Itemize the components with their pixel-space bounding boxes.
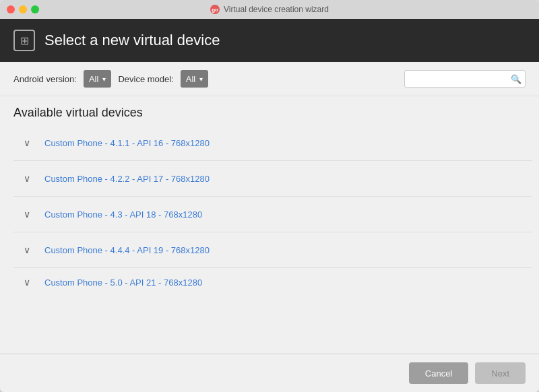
app-icon-label: go <box>212 7 218 13</box>
chevron-down-icon: ∨ <box>20 173 34 184</box>
next-button[interactable]: Next <box>475 362 526 384</box>
list-item[interactable]: ∨ Custom Phone - 4.2.2 - API 17 - 768x12… <box>13 161 532 197</box>
wizard-window: go Virtual device creation wizard ⊞ Sele… <box>0 0 539 392</box>
device-list-container: ∨ Custom Phone - 4.1.1 - API 16 - 768x12… <box>0 125 539 354</box>
page-title: Select a new virtual device <box>44 32 220 49</box>
device-name: Custom Phone - 4.2.2 - API 17 - 768x1280 <box>44 174 210 184</box>
list-item[interactable]: ∨ Custom Phone - 5.0 - API 21 - 768x1280 <box>13 268 532 287</box>
page-header: ⊞ Select a new virtual device <box>0 19 539 62</box>
window-controls <box>7 5 39 13</box>
close-button[interactable] <box>7 5 15 13</box>
chevron-down-icon: ∨ <box>20 137 34 148</box>
device-name: Custom Phone - 4.4.4 - API 19 - 768x1280 <box>44 245 210 255</box>
search-box: 🔍 <box>404 70 526 88</box>
chevron-down-icon: ∨ <box>20 209 34 220</box>
device-icon: ⊞ <box>13 30 35 51</box>
minimize-button[interactable] <box>19 5 27 13</box>
footer: Cancel Next <box>0 354 539 392</box>
search-input[interactable] <box>404 70 526 88</box>
cancel-button[interactable]: Cancel <box>409 362 468 384</box>
controls-bar: Android version: All ▾ Device model: All… <box>0 62 539 96</box>
device-list: ∨ Custom Phone - 4.1.1 - API 16 - 768x12… <box>0 125 539 354</box>
device-name: Custom Phone - 5.0 - API 21 - 768x1280 <box>44 277 202 288</box>
device-model-value: All <box>186 74 195 84</box>
titlebar: go Virtual device creation wizard <box>0 0 539 19</box>
device-name: Custom Phone - 4.1.1 - API 16 - 768x1280 <box>44 138 210 148</box>
titlebar-title: go Virtual device creation wizard <box>210 5 329 14</box>
device-icon-symbol: ⊞ <box>20 34 29 47</box>
app-icon: go <box>210 5 220 14</box>
android-version-dropdown-arrow: ▾ <box>102 75 106 83</box>
list-item[interactable]: ∨ Custom Phone - 4.3 - API 18 - 768x1280 <box>13 197 532 232</box>
list-item[interactable]: ∨ Custom Phone - 4.4.4 - API 19 - 768x12… <box>13 232 532 268</box>
android-version-label: Android version: <box>13 74 77 84</box>
device-model-dropdown[interactable]: All ▾ <box>181 70 208 88</box>
section-title: Available virtual devices <box>0 96 539 125</box>
android-version-dropdown[interactable]: All ▾ <box>84 70 111 88</box>
device-model-dropdown-arrow: ▾ <box>199 75 203 83</box>
window-title: Virtual device creation wizard <box>224 5 329 14</box>
device-model-label: Device model: <box>118 74 173 84</box>
list-item[interactable]: ∨ Custom Phone - 4.1.1 - API 16 - 768x12… <box>13 125 532 161</box>
device-name: Custom Phone - 4.3 - API 18 - 768x1280 <box>44 209 202 220</box>
chevron-down-icon: ∨ <box>20 244 34 255</box>
search-icon[interactable]: 🔍 <box>511 74 521 84</box>
chevron-down-icon: ∨ <box>20 277 34 287</box>
android-version-value: All <box>89 74 98 84</box>
maximize-button[interactable] <box>31 5 39 13</box>
